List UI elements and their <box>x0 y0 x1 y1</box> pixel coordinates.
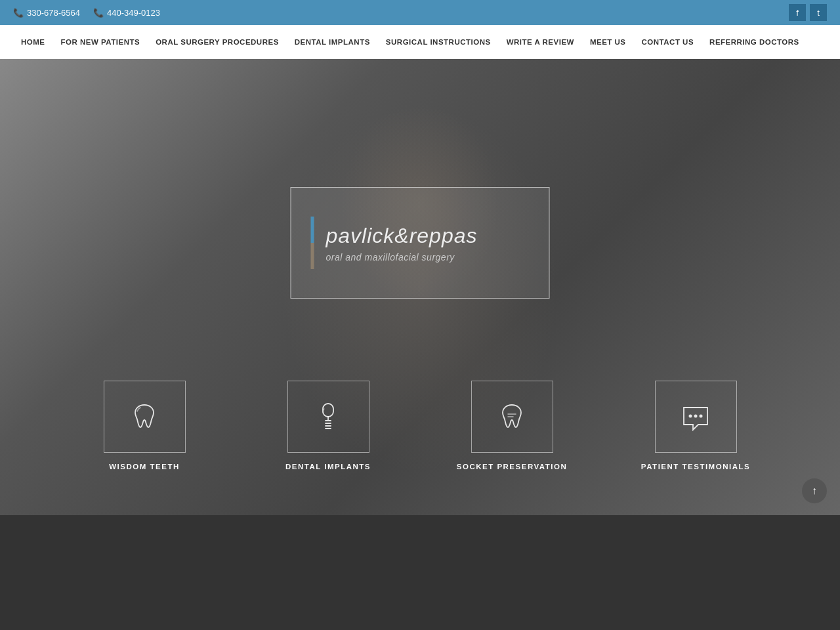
card-wisdom-teeth: WISDOM TEETH <box>52 381 236 471</box>
logo-subtitle: oral and maxillofacial surgery <box>326 252 478 262</box>
nav-item-oral-surgery[interactable]: ORAL SURGERY PROCEDURES <box>148 25 287 59</box>
logo-name: pavlick&reppas <box>326 224 478 248</box>
facebook-button[interactable]: f <box>789 4 806 21</box>
phone-icon-1: 📞 <box>13 8 24 18</box>
svg-point-3 <box>700 415 703 418</box>
card-icon-box-implant[interactable] <box>287 381 369 453</box>
card-label-chat: PATIENT TESTIMONIALS <box>641 463 750 471</box>
card-socket-preservation: SOCKET PRESERVATION <box>420 381 604 471</box>
card-label-socket: SOCKET PRESERVATION <box>457 463 567 471</box>
card-dental-implants: DENTAL IMPLANTS <box>236 381 420 471</box>
card-label-tooth: WISDOM TEETH <box>109 463 179 471</box>
logo-text: pavlick&reppas oral and maxillofacial su… <box>326 224 478 262</box>
scroll-up-icon: ↑ <box>812 485 817 497</box>
phone-2[interactable]: 📞 440-349-0123 <box>93 8 160 18</box>
social-icons: f t <box>789 4 827 21</box>
nav-item-home[interactable]: HOME <box>13 25 53 59</box>
card-patient-testimonials: PATIENT TESTIMONIALS <box>604 381 788 471</box>
card-icon-box-socket[interactable] <box>471 381 553 453</box>
twitter-icon: t <box>817 8 820 18</box>
main-nav: HOMEFOR NEW PATIENTSORAL SURGERY PROCEDU… <box>0 25 840 59</box>
scroll-up-button[interactable]: ↑ <box>802 478 827 503</box>
card-icon-box-tooth[interactable] <box>104 381 186 453</box>
logo-accent <box>311 217 314 269</box>
card-icon-box-chat[interactable] <box>655 381 737 453</box>
phone-icon-2: 📞 <box>93 8 104 18</box>
nav-item-write-review[interactable]: WRITE A REVIEW <box>499 25 582 59</box>
top-bar: 📞 330-678-6564 📞 440-349-0123 f t <box>0 0 840 25</box>
nav-item-contact-us[interactable]: CONTACT US <box>634 25 702 59</box>
phone-2-number: 440-349-0123 <box>107 8 160 18</box>
logo-box: pavlick&reppas oral and maxillofacial su… <box>291 187 550 299</box>
svg-point-2 <box>694 415 698 418</box>
facebook-icon: f <box>796 8 799 18</box>
service-cards: WISDOM TEETH DENTAL IMPLANTS SOCKET PRES… <box>0 374 840 515</box>
twitter-button[interactable]: t <box>810 4 827 21</box>
svg-rect-0 <box>323 404 333 417</box>
card-label-implant: DENTAL IMPLANTS <box>285 463 371 471</box>
nav-item-dental-implants[interactable]: DENTAL IMPLANTS <box>287 25 378 59</box>
nav-item-new-patients[interactable]: FOR NEW PATIENTS <box>53 25 148 59</box>
nav-item-surgical-instructions[interactable]: SURGICAL INSTRUCTIONS <box>378 25 499 59</box>
nav-item-referring-doctors[interactable]: REFERRING DOCTORS <box>702 25 807 59</box>
hero-section: pavlick&reppas oral and maxillofacial su… <box>0 59 840 515</box>
phone-1[interactable]: 📞 330-678-6564 <box>13 8 80 18</box>
phone-1-number: 330-678-6564 <box>27 8 80 18</box>
nav-item-meet-us[interactable]: MEET US <box>582 25 634 59</box>
svg-point-1 <box>689 415 692 418</box>
phone-numbers: 📞 330-678-6564 📞 440-349-0123 <box>13 8 160 18</box>
